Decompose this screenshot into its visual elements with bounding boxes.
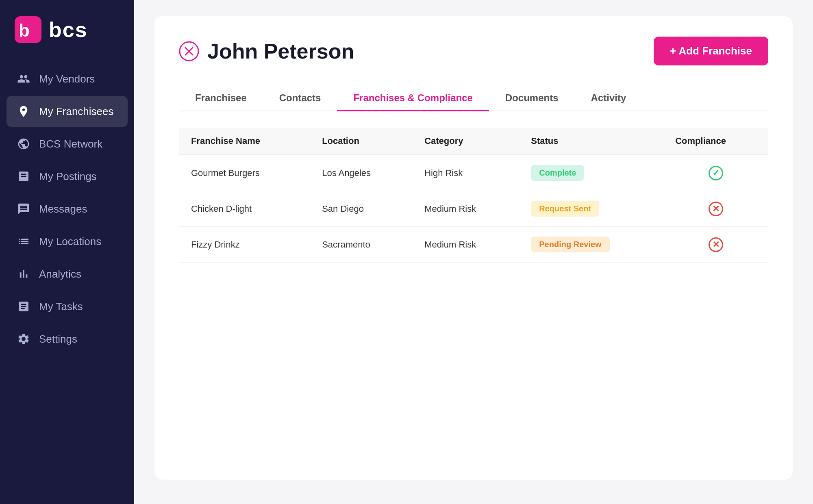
tab-documents[interactable]: Documents (489, 86, 575, 111)
sidebar-item-analytics[interactable]: Analytics (7, 259, 128, 289)
location-cell: San Diego (310, 191, 412, 227)
svg-text:b: b (19, 20, 30, 40)
settings-icon (16, 332, 31, 346)
col-header-status: Status (519, 128, 663, 155)
sidebar: b bcs My Vendors My Franchisees (0, 0, 134, 504)
page-title: John Peterson (207, 39, 646, 63)
compliance-cross-icon: ✕ (675, 237, 756, 252)
sidebar-item-postings[interactable]: My Postings (7, 161, 128, 192)
category-cell: Medium Risk (412, 191, 519, 227)
franchise-name-cell: Chicken D-light (179, 191, 310, 227)
network-icon (16, 137, 31, 151)
sidebar-item-tasks[interactable]: My Tasks (7, 291, 128, 322)
sidebar-item-tasks-label: My Tasks (39, 300, 83, 313)
status-cell: Request Sent (519, 191, 663, 227)
page-header: John Peterson + Add Franchise (179, 37, 768, 65)
tabs-row: Franchisee Contacts Franchises & Complia… (179, 86, 768, 111)
col-header-category: Category (412, 128, 519, 155)
analytics-icon (16, 267, 31, 281)
sidebar-item-franchisees-label: My Franchisees (39, 105, 114, 118)
status-cell: Complete (519, 155, 663, 191)
compliance-cell: ✓ (663, 155, 768, 191)
tab-activity[interactable]: Activity (575, 86, 643, 111)
tab-contacts[interactable]: Contacts (263, 86, 337, 111)
table-row[interactable]: Gourmet Burgers Los Angeles High Risk Co… (179, 155, 768, 191)
franchise-name-cell: Fizzy Drinkz (179, 227, 310, 263)
status-cell: Pending Review (519, 227, 663, 263)
compliance-cell: ✕ (663, 227, 768, 263)
sidebar-item-bcs-network[interactable]: BCS Network (7, 128, 128, 159)
col-header-location: Location (310, 128, 412, 155)
sidebar-item-franchisees[interactable]: My Franchisees (7, 96, 128, 127)
bcs-logo-icon: b (15, 16, 41, 43)
franchise-name-cell: Gourmet Burgers (179, 155, 310, 191)
sidebar-item-messages-label: Messages (39, 203, 87, 215)
sidebar-item-bcs-network-label: BCS Network (39, 138, 102, 150)
close-icon[interactable] (179, 41, 199, 61)
col-header-franchise-name: Franchise Name (179, 128, 310, 155)
table-row[interactable]: Fizzy Drinkz Sacramento Medium Risk Pend… (179, 227, 768, 263)
sidebar-item-messages[interactable]: Messages (7, 193, 128, 224)
status-badge: Complete (531, 165, 584, 181)
sidebar-navigation: My Vendors My Franchisees BCS Network (0, 63, 134, 354)
franchisees-icon (16, 104, 31, 119)
add-franchise-button[interactable]: + Add Franchise (654, 37, 768, 65)
sidebar-item-vendors[interactable]: My Vendors (7, 63, 128, 94)
messages-icon (16, 202, 31, 216)
sidebar-item-vendors-label: My Vendors (39, 73, 95, 85)
vendors-icon (16, 72, 31, 86)
postings-icon (16, 169, 31, 184)
main-content: John Peterson + Add Franchise Franchisee… (134, 0, 813, 504)
location-cell: Los Angeles (310, 155, 412, 191)
franchise-table: Franchise Name Location Category Status … (179, 128, 768, 263)
locations-icon (16, 234, 31, 249)
sidebar-item-locations-label: My Locations (39, 235, 101, 248)
table-row[interactable]: Chicken D-light San Diego Medium Risk Re… (179, 191, 768, 227)
compliance-cell: ✕ (663, 191, 768, 227)
sidebar-item-postings-label: My Postings (39, 170, 97, 183)
tasks-icon (16, 299, 31, 314)
status-badge: Request Sent (531, 201, 599, 217)
sidebar-item-analytics-label: Analytics (39, 268, 81, 280)
status-badge: Pending Review (531, 237, 609, 252)
category-cell: High Risk (412, 155, 519, 191)
category-cell: Medium Risk (412, 227, 519, 263)
sidebar-logo: b bcs (0, 0, 134, 63)
tab-franchisee[interactable]: Franchisee (179, 86, 263, 111)
bcs-logo-text: bcs (49, 17, 88, 42)
sidebar-item-settings-label: Settings (39, 333, 77, 345)
tab-franchises-compliance[interactable]: Franchises & Compliance (337, 86, 489, 111)
col-header-compliance: Compliance (663, 128, 768, 155)
compliance-cross-icon: ✕ (675, 202, 756, 216)
compliance-check-icon: ✓ (675, 166, 756, 180)
page-card: John Peterson + Add Franchise Franchisee… (154, 16, 793, 480)
location-cell: Sacramento (310, 227, 412, 263)
sidebar-item-settings[interactable]: Settings (7, 324, 128, 354)
sidebar-item-locations[interactable]: My Locations (7, 226, 128, 257)
